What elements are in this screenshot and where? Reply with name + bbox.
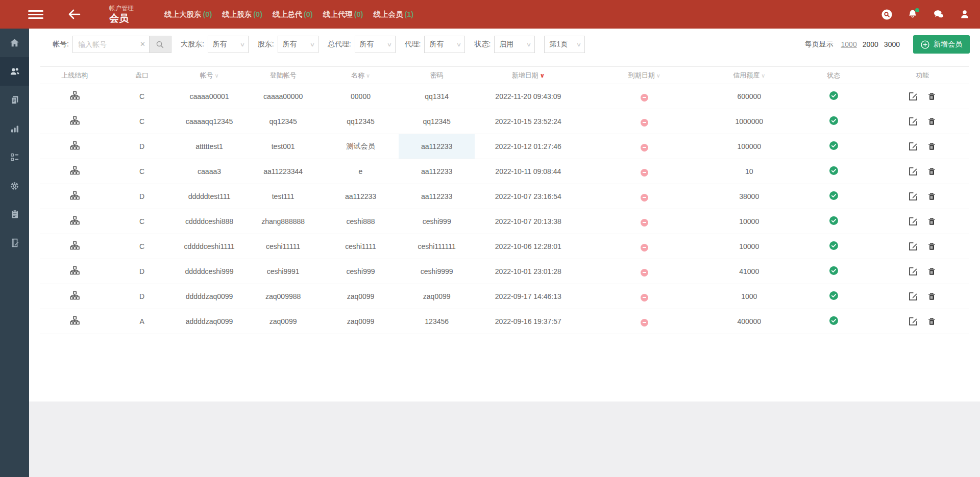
delete-button[interactable] — [927, 267, 936, 276]
delete-button[interactable] — [927, 292, 936, 301]
filter-select[interactable]: 所有∨ — [355, 36, 396, 53]
add-member-button[interactable]: 新增会员 — [913, 35, 970, 54]
delete-button[interactable] — [927, 142, 936, 151]
delete-button[interactable] — [927, 317, 936, 326]
topbar-icons — [880, 0, 971, 29]
column-header[interactable]: 上线结构∨∨ — [40, 67, 109, 84]
delete-button[interactable] — [927, 167, 936, 176]
org-structure-icon[interactable] — [70, 241, 80, 250]
online-count-link[interactable]: 线上代理(0) — [323, 10, 363, 19]
column-header[interactable]: 新增日期∨∨ — [475, 67, 581, 84]
cell-credit: 10000 — [707, 209, 792, 234]
per-page-option[interactable]: 3000 — [884, 40, 900, 48]
org-structure-icon[interactable] — [70, 166, 80, 175]
cell-pan: C — [109, 84, 175, 109]
sidebar-item-settings[interactable] — [0, 171, 29, 200]
edit-button[interactable] — [909, 167, 918, 176]
chevron-down-icon: ∨ — [386, 41, 391, 48]
filter-select[interactable]: 启用∨ — [494, 36, 535, 53]
back-arrow-icon[interactable] — [68, 9, 81, 20]
org-structure-icon[interactable] — [70, 291, 80, 300]
cell-pan: D — [109, 259, 175, 284]
edit-button[interactable] — [909, 317, 918, 326]
column-header[interactable]: 帐号∨∨ — [175, 67, 244, 84]
delete-button[interactable] — [927, 92, 936, 101]
page-select[interactable]: 第1页∨ — [544, 36, 585, 53]
org-structure-icon[interactable] — [70, 91, 80, 101]
edit-button[interactable] — [909, 92, 918, 101]
clear-input-icon[interactable]: ✕ — [140, 40, 145, 48]
account-search-input[interactable] — [72, 36, 149, 53]
status-enabled-icon — [829, 116, 838, 125]
cell-account: atttttest1 — [175, 134, 244, 159]
filter-select-label: 代理: — [405, 40, 421, 49]
per-page-option[interactable]: 1000 — [841, 40, 857, 48]
cell-credit: 400000 — [707, 309, 792, 334]
online-count-link[interactable]: 线上股东(0) — [222, 10, 262, 19]
search-circle-icon[interactable] — [880, 8, 893, 20]
cell-pan: C — [109, 234, 175, 259]
online-count-link[interactable]: 线上大股东(0) — [164, 10, 212, 19]
cell-created-date: 2022-09-17 14:46:13 — [475, 284, 581, 309]
column-header[interactable]: 状态∨∨ — [792, 67, 876, 84]
column-header[interactable]: 登陆帐号∨∨ — [243, 67, 323, 84]
edit-button[interactable] — [909, 217, 918, 226]
cell-pan: D — [109, 184, 175, 209]
messages-icon[interactable] — [933, 8, 945, 20]
filter-toolbar: 帐号: ✕ — [29, 29, 980, 60]
sidebar-item-logs[interactable] — [0, 229, 29, 257]
org-structure-icon[interactable] — [70, 316, 80, 325]
notifications-bell-icon[interactable] — [906, 8, 919, 20]
cell-credit: 10000 — [707, 234, 792, 259]
org-structure-icon[interactable] — [70, 191, 80, 200]
no-expiry-badge-icon — [641, 269, 648, 277]
sidebar-item-home[interactable] — [0, 29, 29, 57]
sidebar-item-statistics[interactable] — [0, 114, 29, 143]
column-header[interactable]: 信用额度∨∨ — [707, 67, 792, 84]
online-count-link[interactable]: 线上总代(0) — [273, 10, 313, 19]
sidebar — [0, 29, 29, 477]
filter-select[interactable]: 所有∨ — [424, 36, 465, 53]
sidebar-item-documents[interactable] — [0, 86, 29, 114]
column-header[interactable]: 密码∨∨ — [399, 67, 475, 84]
cell-pan: D — [109, 284, 175, 309]
delete-button[interactable] — [927, 242, 936, 251]
status-enabled-icon — [829, 291, 838, 300]
breadcrumb: 帐户管理 — [109, 5, 134, 12]
cell-login: test001 — [243, 134, 323, 159]
per-page-option[interactable]: 2000 — [863, 40, 878, 48]
chevron-down-icon: ∨ — [309, 41, 314, 48]
edit-button[interactable] — [909, 192, 918, 201]
org-structure-icon[interactable] — [70, 266, 80, 275]
sidebar-item-list[interactable] — [0, 143, 29, 171]
org-structure-icon[interactable] — [70, 116, 80, 125]
search-button[interactable] — [149, 36, 172, 53]
delete-button[interactable] — [927, 117, 936, 126]
sidebar-item-members[interactable] — [0, 57, 29, 86]
cell-pan: D — [109, 134, 175, 159]
user-profile-icon[interactable] — [959, 8, 971, 20]
sidebar-item-clipboard[interactable] — [0, 200, 29, 229]
edit-button[interactable] — [909, 242, 918, 251]
per-page-control: 每页显示 1000 2000 3000 — [805, 40, 900, 49]
cell-name: aa112233 — [323, 184, 399, 209]
column-header[interactable]: 盘口∨∨ — [109, 67, 175, 84]
edit-button[interactable] — [909, 117, 918, 126]
status-enabled-icon — [829, 166, 838, 175]
filter-select[interactable]: 所有∨ — [208, 36, 249, 53]
edit-button[interactable] — [909, 267, 918, 276]
column-header[interactable]: 名称∨∨ — [323, 67, 399, 84]
delete-button[interactable] — [927, 192, 936, 201]
status-enabled-icon — [829, 266, 838, 275]
hamburger-menu-icon[interactable] — [28, 8, 43, 21]
filter-select[interactable]: 所有∨ — [278, 36, 318, 53]
org-structure-icon[interactable] — [70, 141, 80, 150]
org-structure-icon[interactable] — [70, 216, 80, 225]
column-header[interactable]: 到期日期∨∨ — [581, 67, 707, 84]
delete-button[interactable] — [927, 217, 936, 226]
online-count-link[interactable]: 线上会员(1) — [373, 10, 413, 19]
edit-button[interactable] — [909, 142, 918, 151]
column-header[interactable]: 功能∨∨ — [876, 67, 969, 84]
edit-button[interactable] — [909, 292, 918, 301]
cell-account: cddddceshi1111 — [175, 234, 244, 259]
